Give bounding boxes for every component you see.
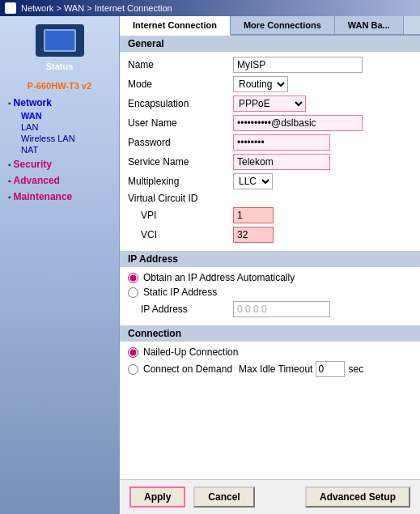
static-ip-radio[interactable] xyxy=(128,287,138,298)
obtain-auto-row: Obtain an IP Address Automatically xyxy=(128,272,412,283)
tree-expand-advanced-icon: ▪ xyxy=(8,176,11,185)
name-row: Name xyxy=(128,57,412,73)
password-label: Password xyxy=(128,137,233,148)
general-section-header: General xyxy=(120,36,420,52)
ip-address-section-header: IP Address xyxy=(120,251,420,267)
name-label: Name xyxy=(128,59,233,70)
nailed-up-radio[interactable] xyxy=(128,347,138,358)
encapsulation-label: Encapsulation xyxy=(128,98,233,109)
mode-row: Mode Routing xyxy=(128,76,412,92)
sidebar-section-network: ▪ Network WAN LAN Wireless LAN NAT xyxy=(3,96,116,155)
sidebar-label-security: Security xyxy=(14,159,52,170)
main-window: Network > WAN > Internet Connection Stat… xyxy=(0,0,420,514)
static-ip-row: Static IP Address xyxy=(128,287,412,298)
advanced-setup-button[interactable]: Advanced Setup xyxy=(305,486,410,508)
sidebar-item-network[interactable]: ▪ Network xyxy=(3,96,116,110)
form-area: General Name Mode Routing xyxy=(120,36,420,479)
service-name-label: Service Name xyxy=(128,156,233,168)
static-ip-label: Static IP Address xyxy=(143,287,217,298)
virtual-circuit-label: Virtual Circuit ID xyxy=(128,193,233,204)
vci-row: VCI xyxy=(128,227,412,243)
tree-expand-maintenance-icon: ▪ xyxy=(8,193,11,202)
logo-inner xyxy=(44,29,76,52)
ip-address-input[interactable] xyxy=(233,301,330,317)
username-label: User Name xyxy=(128,117,233,129)
max-idle-label: Max Idle Timeout xyxy=(239,363,312,375)
vpi-label: VPI xyxy=(128,210,233,221)
cancel-button[interactable]: Cancel xyxy=(193,486,254,508)
sidebar-item-wan[interactable]: WAN xyxy=(18,110,116,121)
status-label[interactable]: Status xyxy=(46,62,74,71)
sidebar-section-advanced: ▪ Advanced xyxy=(3,173,116,188)
content-area: Internet Connection More Connections WAN… xyxy=(120,16,420,514)
general-form: Name Mode Routing Encapsulation xyxy=(120,52,420,251)
button-bar: Apply Cancel Advanced Setup xyxy=(120,479,420,514)
username-input[interactable] xyxy=(233,115,363,131)
tab-wan-label: WAN Ba... xyxy=(348,20,390,30)
vpi-row: VPI xyxy=(128,207,412,223)
max-idle-input[interactable] xyxy=(316,361,345,377)
connect-demand-row: Connect on Demand Max Idle Timeout sec xyxy=(128,361,412,377)
vci-input[interactable] xyxy=(233,227,274,243)
sidebar-item-advanced[interactable]: ▪ Advanced xyxy=(3,173,116,188)
connection-form: Nailed-Up Connection Connect on Demand M… xyxy=(120,342,420,385)
tab-bar: Internet Connection More Connections WAN… xyxy=(120,16,420,36)
ip-address-form: Obtain an IP Address Automatically Stati… xyxy=(120,267,420,325)
tab-more-connections[interactable]: More Connections xyxy=(231,16,335,34)
virtual-circuit-row: Virtual Circuit ID xyxy=(128,193,412,204)
sidebar-item-maintenance[interactable]: ▪ Maintenance xyxy=(3,189,116,204)
multiplexing-row: Multiplexing LLC xyxy=(128,173,412,189)
tab-internet-connection[interactable]: Internet Connection xyxy=(120,16,231,36)
password-row: Password xyxy=(128,134,412,151)
tab-wan-backup[interactable]: WAN Ba... xyxy=(335,16,404,34)
ip-address-row: IP Address xyxy=(128,301,412,317)
connect-demand-label: Connect on Demand xyxy=(143,363,232,375)
nailed-up-row: Nailed-Up Connection xyxy=(128,346,412,358)
tree-expand-security-icon: ▪ xyxy=(8,160,11,169)
encapsulation-row: Encapsulation PPPoE xyxy=(128,96,412,112)
title-icon xyxy=(5,2,16,14)
username-row: User Name xyxy=(128,115,412,131)
sidebar-item-security[interactable]: ▪ Security xyxy=(3,157,116,172)
password-input[interactable] xyxy=(233,134,330,151)
sec-label: sec xyxy=(348,363,363,375)
title-bar: Network > WAN > Internet Connection xyxy=(0,0,420,16)
connect-demand-radio[interactable] xyxy=(128,364,138,375)
sidebar-label-advanced: Advanced xyxy=(14,175,60,186)
service-name-input[interactable] xyxy=(233,154,330,170)
sidebar-section-security: ▪ Security xyxy=(3,157,116,172)
sidebar-item-wireless-lan[interactable]: Wireless LAN xyxy=(18,133,116,144)
sidebar-sub-network: WAN LAN Wireless LAN NAT xyxy=(3,110,116,155)
obtain-auto-label: Obtain an IP Address Automatically xyxy=(143,272,295,283)
multiplexing-select[interactable]: LLC xyxy=(233,173,273,189)
model-label: P-660HW-T3 v2 xyxy=(28,81,91,91)
sidebar: Status P-660HW-T3 v2 ▪ Network WAN LAN W… xyxy=(0,16,120,514)
connection-section-header: Connection xyxy=(120,325,420,342)
mode-label: Mode xyxy=(128,79,233,90)
sidebar-section-maintenance: ▪ Maintenance xyxy=(3,189,116,204)
title-text: Network > WAN > Internet Connection xyxy=(21,3,172,13)
mode-select[interactable]: Routing xyxy=(233,76,288,92)
device-logo xyxy=(36,24,84,57)
sidebar-label-maintenance: Maintenance xyxy=(14,191,73,202)
nailed-up-label: Nailed-Up Connection xyxy=(143,346,238,358)
tab-more-label: More Connections xyxy=(244,20,321,30)
service-name-row: Service Name xyxy=(128,154,412,170)
obtain-auto-radio[interactable] xyxy=(128,273,138,283)
vpi-input[interactable] xyxy=(233,207,274,223)
name-input[interactable] xyxy=(233,57,363,73)
sidebar-label-network: Network xyxy=(14,97,52,108)
vci-label: VCI xyxy=(128,229,233,240)
tree-expand-icon: ▪ xyxy=(8,99,11,108)
sidebar-menu: ▪ Network WAN LAN Wireless LAN NAT ▪ Sec… xyxy=(0,96,119,206)
sidebar-item-lan[interactable]: LAN xyxy=(18,121,116,133)
encapsulation-select[interactable]: PPPoE xyxy=(233,96,306,112)
multiplexing-label: Multiplexing xyxy=(128,176,233,187)
sidebar-item-nat[interactable]: NAT xyxy=(18,144,116,155)
ip-address-label: IP Address xyxy=(128,304,233,315)
tab-internet-label: Internet Connection xyxy=(133,20,217,30)
apply-button[interactable]: Apply xyxy=(129,486,185,508)
